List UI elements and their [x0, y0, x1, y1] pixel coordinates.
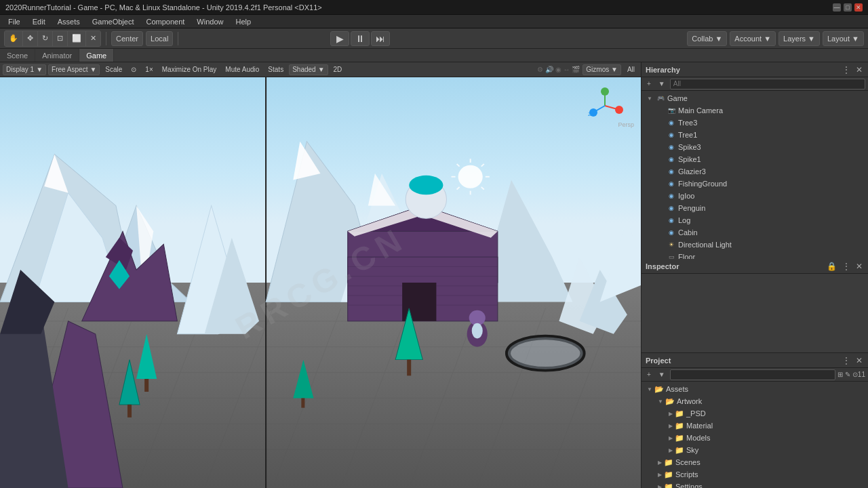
- project-close-button[interactable]: ✕: [854, 356, 864, 365]
- minimize-button[interactable]: —: [833, 3, 841, 12]
- proj-icon-0: 📂: [654, 385, 664, 394]
- display-dropdown[interactable]: Display 1 ▼: [3, 64, 46, 75]
- hier-icon-5: ◉: [667, 155, 676, 164]
- proj-label-7: Scripts: [675, 470, 698, 479]
- hierarchy-item-13[interactable]: ▭Floor: [642, 251, 868, 259]
- proj-arrow-1[interactable]: ▼: [658, 399, 663, 405]
- hand-tool[interactable]: ✋: [5, 31, 23, 46]
- proj-arrow-6[interactable]: ▶: [658, 460, 662, 466]
- menu-file[interactable]: File: [3, 16, 26, 27]
- proj-arrow-7[interactable]: ▶: [658, 472, 662, 478]
- rect-tool[interactable]: ⬜: [68, 31, 86, 46]
- tab-game[interactable]: Game: [79, 49, 114, 62]
- hier-icon-13: ▭: [667, 252, 676, 259]
- hierarchy-item-4[interactable]: ◉Spike3: [642, 141, 868, 153]
- window-controls[interactable]: — □ ✕: [833, 3, 863, 12]
- project-item-1[interactable]: ▼📂Artwork: [642, 395, 868, 407]
- proj-arrow-5[interactable]: ▶: [669, 447, 673, 453]
- hierarchy-item-8[interactable]: ◉IgIoo: [642, 190, 868, 202]
- svg-rect-31: [144, 379, 149, 392]
- hierarchy-item-9[interactable]: ◉Penguin: [642, 202, 868, 214]
- hierarchy-item-11[interactable]: ◉Cabin: [642, 226, 868, 239]
- menu-help[interactable]: Help: [230, 16, 256, 27]
- 2d-mode-button[interactable]: 2D: [330, 65, 346, 74]
- project-item-8[interactable]: ▶📁Settings: [642, 481, 868, 488]
- collab-button[interactable]: Collab ▼: [687, 31, 727, 46]
- maximize-play-button[interactable]: Maximize On Play: [159, 65, 220, 74]
- inspector-menu-button[interactable]: ⋮: [841, 262, 852, 271]
- project-item-2[interactable]: ▶📁_PSD: [642, 407, 868, 420]
- project-add-button[interactable]: +: [644, 370, 654, 379]
- play-button[interactable]: ▶: [330, 31, 349, 46]
- center-pivot-button[interactable]: Center: [111, 31, 143, 46]
- menu-edit[interactable]: Edit: [27, 16, 51, 27]
- expand-arrow-0[interactable]: ▼: [647, 96, 654, 102]
- hierarchy-item-5[interactable]: ◉Spike1: [642, 153, 868, 165]
- hier-label-11: Cabin: [678, 228, 698, 237]
- hierarchy-search-input[interactable]: [670, 79, 865, 89]
- hierarchy-add-button[interactable]: +: [644, 79, 654, 88]
- hierarchy-item-3[interactable]: ◉Tree1: [642, 129, 868, 141]
- proj-arrow-0[interactable]: ▼: [647, 386, 652, 392]
- proj-label-8: Settings: [675, 483, 703, 488]
- close-button[interactable]: ✕: [854, 3, 863, 12]
- proj-arrow-3[interactable]: ▶: [669, 423, 673, 429]
- local-global-button[interactable]: Local: [146, 31, 173, 46]
- project-menu-button[interactable]: ⋮: [841, 356, 852, 365]
- proj-arrow-4[interactable]: ▶: [669, 435, 673, 441]
- hierarchy-item-1[interactable]: 📷Main Camera: [642, 104, 868, 117]
- scale-tool[interactable]: ⊡: [53, 31, 68, 46]
- menu-component[interactable]: Component: [140, 16, 190, 27]
- sep1: [106, 32, 106, 45]
- stats-button[interactable]: Stats: [264, 65, 287, 74]
- project-item-3[interactable]: ▶📁Material: [642, 420, 868, 432]
- project-item-4[interactable]: ▶📁Models: [642, 432, 868, 444]
- hierarchy-close-button[interactable]: ✕: [854, 65, 864, 75]
- proj-label-1: Artwork: [677, 397, 702, 405]
- project-search-input[interactable]: [670, 369, 836, 380]
- pause-button[interactable]: ⏸: [351, 31, 370, 46]
- tab-animator[interactable]: Animator: [35, 49, 79, 62]
- inspector-lock-button[interactable]: 🔒: [825, 262, 838, 271]
- viewport-canvas[interactable]: RRCG.CN Y: [0, 77, 641, 488]
- menu-gameobject[interactable]: GameObject: [87, 16, 140, 27]
- mute-audio-button[interactable]: Mute Audio: [222, 65, 262, 74]
- aspect-dropdown[interactable]: Free Aspect ▼: [48, 64, 100, 75]
- project-item-5[interactable]: ▶📁Sky: [642, 444, 868, 456]
- proj-icon-8: 📁: [664, 483, 673, 489]
- viewport-area: Display 1 ▼ Free Aspect ▼ Scale ⊙ 1× Max…: [0, 62, 641, 488]
- maximize-button[interactable]: □: [844, 3, 852, 12]
- step-button[interactable]: ⏭: [371, 31, 390, 46]
- hierarchy-item-2[interactable]: ◉Tree3: [642, 117, 868, 129]
- project-content: ▼📂Assets▼📂Artwork▶📁_PSD▶📁Material▶📁Model…: [642, 382, 868, 488]
- toolbar-right: Collab ▼ Account ▼ Layers ▼ Layout ▼: [687, 31, 864, 46]
- project-item-0[interactable]: ▼📂Assets: [642, 383, 868, 395]
- hierarchy-toolbar: + ▼: [642, 77, 868, 91]
- gizmos-dropdown[interactable]: Gizmos ▼: [583, 64, 621, 75]
- project-item-6[interactable]: ▶📁Scenes: [642, 456, 868, 468]
- hierarchy-item-10[interactable]: ◉Log: [642, 214, 868, 226]
- hierarchy-item-12[interactable]: ☀Directional Light: [642, 239, 868, 251]
- layers-button[interactable]: Layers ▼: [778, 31, 820, 46]
- inspector-close-button[interactable]: ✕: [854, 262, 864, 271]
- menu-assets[interactable]: Assets: [52, 16, 85, 27]
- project-more-button[interactable]: ▼: [656, 370, 668, 379]
- proj-arrow-8[interactable]: ▶: [658, 484, 662, 489]
- hier-label-7: FishingGround: [678, 180, 727, 188]
- layout-button[interactable]: Layout ▼: [823, 31, 864, 46]
- project-item-7[interactable]: ▶📁Scripts: [642, 468, 868, 481]
- hierarchy-item-6[interactable]: ◉Glazier3: [642, 165, 868, 178]
- tab-scene[interactable]: Scene: [0, 49, 35, 62]
- hierarchy-item-7[interactable]: ◉FishingGround: [642, 178, 868, 190]
- hierarchy-menu-button[interactable]: ⋮: [841, 65, 852, 75]
- proj-arrow-2[interactable]: ▶: [669, 411, 673, 417]
- rotate-tool[interactable]: ↻: [38, 31, 53, 46]
- menu-window[interactable]: Window: [191, 16, 229, 27]
- proj-icon-7: 📁: [664, 470, 673, 479]
- hierarchy-more-button[interactable]: ▼: [656, 79, 668, 88]
- move-tool[interactable]: ✥: [23, 31, 38, 46]
- hierarchy-item-0[interactable]: ▼🎮Game: [642, 92, 868, 104]
- account-button[interactable]: Account ▼: [730, 31, 776, 46]
- shaded-dropdown[interactable]: Shaded ▼: [289, 64, 328, 75]
- transform-tool[interactable]: ✕: [86, 31, 100, 46]
